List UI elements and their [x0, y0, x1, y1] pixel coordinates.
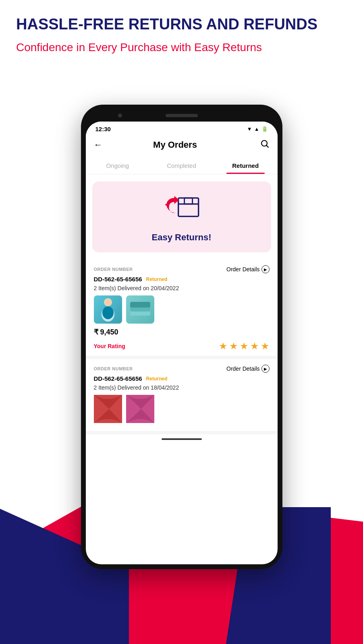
app-header: ← My Orders — [86, 135, 278, 157]
svg-point-10 — [102, 306, 114, 319]
order-id-2: DD-562-65-65656 — [94, 375, 142, 382]
order-id-1: DD-562-65-65656 — [94, 276, 142, 283]
order-card-1: ORDER NUMBER Order Details ▶ DD-562-65-6… — [86, 260, 278, 359]
order-details-link-2[interactable]: Order Details ▶ — [226, 365, 269, 373]
order-status-badge-1: Returned — [146, 277, 168, 282]
star-4: ★ — [250, 341, 259, 352]
signal-icon: ▲ — [254, 126, 259, 132]
phone-camera — [118, 114, 122, 118]
tab-ongoing[interactable]: Ongoing — [86, 157, 150, 174]
order-id-row-2: DD-562-65-65656 Returned — [94, 375, 270, 382]
tab-completed[interactable]: Completed — [149, 157, 214, 174]
order-delivery-text-1: 2 Item(s) Delivered on 20/04/2022 — [94, 285, 270, 291]
star-3: ★ — [240, 341, 249, 352]
page-subheadline: Confidence in Every Purchase with Easy R… — [16, 40, 347, 55]
order-image-fabric-pink — [126, 395, 154, 423]
order-images-1 — [94, 295, 270, 324]
returns-banner-title: Easy Returns! — [152, 232, 212, 243]
phone-outer: 12:30 ▼ ▲ 🔋 ← My Orders — [81, 105, 282, 569]
order-image-fabric-red — [94, 395, 122, 423]
header-text-section: HASSLE-FREE RETURNS AND REFUNDS Confiden… — [0, 0, 363, 63]
home-bar — [162, 438, 202, 440]
svg-rect-13 — [130, 302, 150, 308]
status-bar: 12:30 ▼ ▲ 🔋 — [86, 122, 278, 135]
order-delivery-text-2: 2 Item(s) Delivered on 18/04/2022 — [94, 384, 270, 391]
order-header-row-1: ORDER NUMBER Order Details ▶ — [94, 265, 270, 273]
home-indicator — [86, 434, 278, 442]
order-image-fabric-1 — [126, 295, 154, 324]
person-svg — [98, 297, 118, 323]
svg-point-9 — [104, 299, 112, 306]
tabs-row: Ongoing Completed Returned — [86, 157, 278, 174]
fabric-svg — [128, 299, 152, 321]
star-5: ★ — [261, 341, 270, 352]
order-card-2: ORDER NUMBER Order Details ▶ DD-562-65-6… — [86, 359, 278, 434]
page-headline: HASSLE-FREE RETURNS AND REFUNDS — [16, 16, 347, 33]
svg-line-1 — [266, 146, 268, 147]
returns-banner: Easy Returns! — [92, 182, 271, 252]
rating-row-1: Your Rating ★ ★ ★ ★ ★ — [94, 341, 270, 352]
wifi-icon: ▼ — [247, 126, 252, 132]
battery-icon: 🔋 — [261, 126, 268, 132]
star-2: ★ — [229, 341, 238, 352]
star-1: ★ — [219, 341, 228, 352]
order-details-circle-1: ▶ — [261, 265, 270, 273]
app-title: My Orders — [103, 140, 248, 150]
order-details-circle-2: ▶ — [261, 365, 270, 373]
order-number-label-2: ORDER NUMBER — [94, 366, 133, 371]
phone-top-bar — [86, 109, 278, 122]
svg-rect-4 — [184, 198, 192, 204]
phone-speaker — [166, 114, 198, 117]
order-image-person-1 — [94, 295, 122, 324]
order-images-2 — [94, 395, 270, 423]
svg-rect-2 — [178, 198, 198, 217]
phone-screen: 12:30 ▼ ▲ 🔋 ← My Orders — [86, 122, 278, 564]
rating-label-1: Your Rating — [94, 343, 125, 349]
order-number-label-1: ORDER NUMBER — [94, 267, 133, 272]
order-details-link-1[interactable]: Order Details ▶ — [226, 265, 269, 273]
phone-mockup: 12:30 ▼ ▲ 🔋 ← My Orders — [81, 105, 282, 569]
search-button[interactable] — [260, 139, 270, 151]
returns-icon — [162, 194, 202, 226]
order-price-1: ₹ 9,450 — [94, 328, 270, 336]
back-button[interactable]: ← — [94, 140, 103, 150]
status-icons: ▼ ▲ 🔋 — [247, 126, 268, 132]
order-status-badge-2: Returned — [146, 376, 168, 382]
order-header-row-2: ORDER NUMBER Order Details ▶ — [94, 365, 270, 373]
tab-returned[interactable]: Returned — [214, 157, 278, 174]
status-time: 12:30 — [95, 126, 111, 132]
stars-1: ★ ★ ★ ★ ★ — [219, 341, 270, 352]
order-id-row-1: DD-562-65-65656 Returned — [94, 276, 270, 283]
